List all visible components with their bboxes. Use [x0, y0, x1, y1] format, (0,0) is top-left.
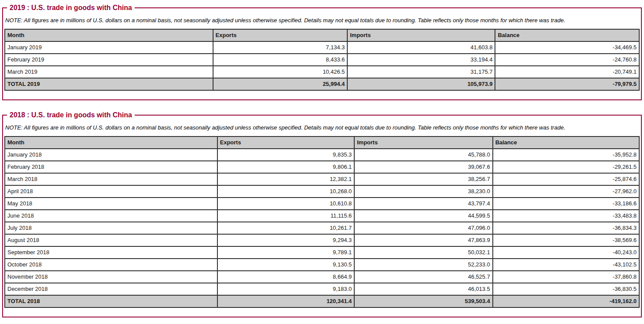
total-month-cell: TOTAL 2019	[5, 78, 213, 90]
month-cell: July 2018	[5, 222, 217, 234]
month-cell: December 2018	[5, 283, 217, 295]
fieldset-legend-2019: 2019 : U.S. trade in goods with China	[7, 4, 135, 12]
total-balance-cell: -419,162.0	[493, 295, 639, 307]
balance-cell: -38,569.6	[493, 234, 639, 246]
balance-cell: -27,962.0	[493, 185, 639, 198]
balance-cell: -20,749.1	[495, 66, 639, 78]
table-row: August 20189,294.347,863.9-38,569.6	[5, 234, 639, 246]
trade-table-2018: MonthExportsImportsBalance January 20189…	[4, 136, 640, 308]
balance-cell: -24,760.8	[495, 54, 639, 66]
total-imports-cell: 539,503.4	[354, 295, 492, 307]
total-balance-cell: -79,979.5	[495, 78, 639, 90]
exports-cell: 8,664.9	[217, 271, 354, 283]
balance-cell: -36,830.5	[493, 283, 639, 295]
month-cell: February 2018	[5, 161, 217, 173]
balance-cell: -25,874.6	[493, 173, 639, 185]
exports-cell: 11,115.6	[217, 210, 354, 222]
month-cell: January 2018	[5, 149, 217, 161]
exports-cell: 10,261.7	[217, 222, 354, 234]
exports-cell: 12,382.1	[217, 173, 354, 185]
column-header-balance: Balance	[495, 29, 639, 41]
imports-cell: 38,256.7	[354, 173, 492, 185]
balance-cell: -29,261.5	[493, 161, 639, 173]
column-header-imports: Imports	[347, 29, 495, 41]
month-cell: August 2018	[5, 234, 217, 246]
month-cell: April 2018	[5, 185, 217, 198]
exports-cell: 9,835.3	[217, 149, 354, 161]
table-row: April 201810,268.038,230.0-27,962.0	[5, 185, 639, 198]
table-header-row: MonthExportsImportsBalance	[5, 29, 639, 41]
exports-cell: 9,183.0	[217, 283, 354, 295]
month-cell: June 2018	[5, 210, 217, 222]
exports-cell: 10,610.8	[217, 198, 354, 210]
total-exports-cell: 25,994.4	[213, 78, 348, 90]
exports-cell: 10,268.0	[217, 185, 354, 198]
imports-cell: 38,230.0	[354, 185, 492, 198]
month-cell: October 2018	[5, 259, 217, 271]
column-header-month: Month	[5, 29, 213, 41]
column-header-exports: Exports	[217, 136, 354, 149]
fieldset-2019: 2019 : U.S. trade in goods with China NO…	[2, 4, 642, 100]
column-header-exports: Exports	[213, 29, 348, 41]
month-cell: March 2019	[5, 66, 213, 78]
imports-cell: 41,603.8	[347, 41, 495, 54]
exports-cell: 9,294.3	[217, 234, 354, 246]
imports-cell: 46,013.5	[354, 283, 492, 295]
table-header-row: MonthExportsImportsBalance	[5, 136, 639, 149]
table-row: March 201910,426.531,175.7-20,749.1	[5, 66, 639, 78]
imports-cell: 33,194.4	[347, 54, 495, 66]
balance-cell: -34,469.5	[495, 41, 639, 54]
month-cell: November 2018	[5, 271, 217, 283]
balance-cell: -33,186.6	[493, 198, 639, 210]
exports-cell: 7,134.3	[213, 41, 348, 54]
trade-table-2019: MonthExportsImportsBalance January 20197…	[4, 29, 640, 91]
total-imports-cell: 105,973.9	[347, 78, 495, 90]
note-text-2019: NOTE: All figures are in millions of U.S…	[5, 17, 639, 24]
balance-cell: -35,952.8	[493, 149, 639, 161]
exports-cell: 8,433.6	[213, 54, 348, 66]
month-cell: January 2019	[5, 41, 213, 54]
exports-cell: 9,789.1	[217, 246, 354, 259]
column-header-balance: Balance	[493, 136, 639, 149]
table-row: September 20189,789.150,032.1-40,243.0	[5, 246, 639, 259]
balance-cell: -33,483.8	[493, 210, 639, 222]
table-row: February 20198,433.633,194.4-24,760.8	[5, 54, 639, 66]
imports-cell: 43,797.4	[354, 198, 492, 210]
balance-cell: -37,860.8	[493, 271, 639, 283]
note-text-2018: NOTE: All figures are in millions of U.S…	[5, 124, 639, 131]
imports-cell: 45,788.0	[354, 149, 492, 161]
trade-balance-page: 2019 : U.S. trade in goods with China NO…	[0, 0, 644, 317]
column-header-imports: Imports	[354, 136, 492, 149]
total-row: TOTAL 201925,994.4105,973.9-79,979.5	[5, 78, 639, 90]
table-row: December 20189,183.046,013.5-36,830.5	[5, 283, 639, 295]
table-row: November 20188,664.946,525.7-37,860.8	[5, 271, 639, 283]
column-header-month: Month	[5, 136, 217, 149]
fieldset-2018: 2018 : U.S. trade in goods with China NO…	[2, 111, 642, 317]
exports-cell: 9,130.5	[217, 259, 354, 271]
table-row: May 201810,610.843,797.4-33,186.6	[5, 198, 639, 210]
imports-cell: 47,096.0	[354, 222, 492, 234]
imports-cell: 47,863.9	[354, 234, 492, 246]
balance-cell: -40,243.0	[493, 246, 639, 259]
total-month-cell: TOTAL 2018	[5, 295, 217, 307]
total-exports-cell: 120,341.4	[217, 295, 354, 307]
table-row: February 20189,806.139,067.6-29,261.5	[5, 161, 639, 173]
imports-cell: 31,175.7	[347, 66, 495, 78]
balance-cell: -36,834.3	[493, 222, 639, 234]
imports-cell: 44,599.5	[354, 210, 492, 222]
table-row: June 201811,115.644,599.5-33,483.8	[5, 210, 639, 222]
balance-cell: -43,102.5	[493, 259, 639, 271]
table-row: October 20189,130.552,233.0-43,102.5	[5, 259, 639, 271]
imports-cell: 46,525.7	[354, 271, 492, 283]
imports-cell: 50,032.1	[354, 246, 492, 259]
imports-cell: 52,233.0	[354, 259, 492, 271]
exports-cell: 9,806.1	[217, 161, 354, 173]
fieldset-legend-2018: 2018 : U.S. trade in goods with China	[7, 111, 135, 119]
table-row: January 20197,134.341,603.8-34,469.5	[5, 41, 639, 54]
exports-cell: 10,426.5	[213, 66, 348, 78]
month-cell: February 2019	[5, 54, 213, 66]
month-cell: May 2018	[5, 198, 217, 210]
total-row: TOTAL 2018120,341.4539,503.4-419,162.0	[5, 295, 639, 307]
month-cell: September 2018	[5, 246, 217, 259]
table-row: January 20189,835.345,788.0-35,952.8	[5, 149, 639, 161]
